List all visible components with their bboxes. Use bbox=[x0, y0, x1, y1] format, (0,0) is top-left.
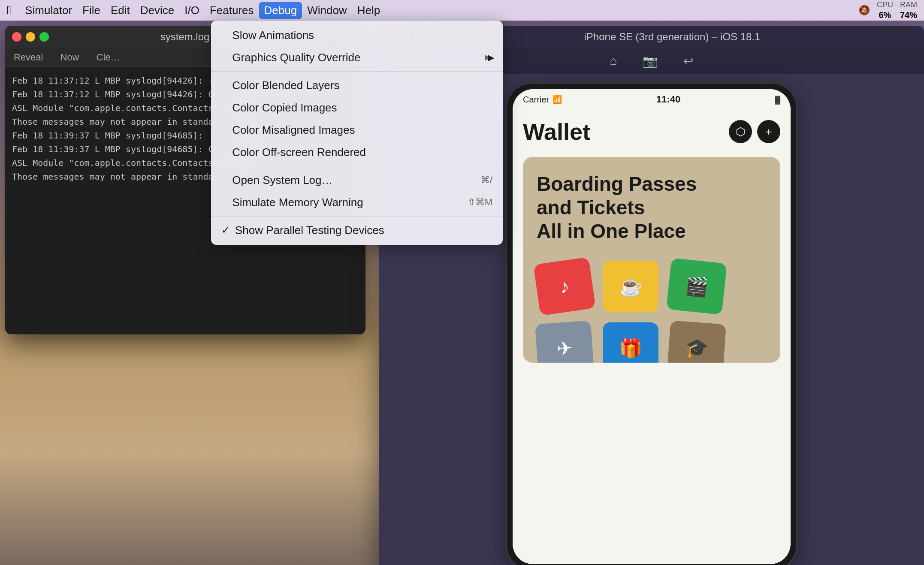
menubar-item-edit[interactable]: Edit bbox=[106, 2, 135, 19]
menubar-item-window[interactable]: Window bbox=[302, 2, 352, 19]
open-syslog-shortcut: ⌘/ bbox=[480, 174, 492, 186]
close-button[interactable] bbox=[12, 32, 21, 42]
color-copied-label: Color Copied Images bbox=[232, 101, 337, 114]
clear-btn[interactable]: Cle… bbox=[97, 52, 120, 63]
menu-item-color-misaligned[interactable]: Color Misaligned Images bbox=[211, 119, 503, 141]
menu-item-color-blended[interactable]: Color Blended Layers bbox=[211, 74, 503, 96]
graphics-quality-arrow: ► bbox=[483, 52, 492, 63]
box-icon: ⬡ bbox=[736, 125, 746, 138]
menubar-item-io[interactable]: I/O bbox=[179, 2, 205, 19]
menu-item-graphics-quality[interactable]: Graphics Quality Override ► bbox=[211, 46, 503, 69]
wallet-card: Boarding Passes and Tickets All in One P… bbox=[523, 157, 780, 363]
battery-icon: ▓ bbox=[775, 95, 780, 104]
iphone-screen: Carrier 📶 11:40 ▓ Wallet ⬡ + bbox=[513, 89, 791, 564]
menubar-item-file[interactable]: File bbox=[77, 2, 106, 19]
wallet-app: Wallet ⬡ + Boarding Passes and Tickets A… bbox=[513, 110, 791, 564]
status-time: 11:40 bbox=[562, 94, 775, 105]
reveal-btn[interactable]: Reveal bbox=[14, 52, 43, 63]
simulate-memory-shortcut: ⇧⌘M bbox=[468, 197, 492, 208]
minimize-button[interactable] bbox=[26, 32, 35, 42]
ram-indicator: RAM 74% bbox=[900, 0, 917, 20]
home-icon[interactable]: ⌂ bbox=[610, 54, 617, 68]
maximize-button[interactable] bbox=[39, 32, 49, 42]
check-open-syslog bbox=[221, 174, 227, 186]
wallet-3d-button[interactable]: ⬡ bbox=[729, 120, 752, 143]
menubar-item-debug[interactable]: Debug bbox=[259, 2, 302, 19]
wifi-icon: 📶 bbox=[553, 95, 562, 104]
color-blended-label: Color Blended Layers bbox=[232, 79, 339, 92]
separator-1 bbox=[211, 71, 503, 72]
wallet-card-title: Boarding Passes and Tickets All in One P… bbox=[537, 172, 767, 243]
music-card-icon: ♪ bbox=[533, 257, 595, 316]
education-card-icon: 🎓 bbox=[667, 320, 726, 363]
debug-dropdown-menu: Slow Animations Graphics Quality Overrid… bbox=[211, 21, 503, 245]
menu-item-color-offscreen[interactable]: Color Off-screen Rendered bbox=[211, 141, 503, 163]
simulate-memory-label: Simulate Memory Warning bbox=[232, 196, 363, 209]
wallet-add-button[interactable]: + bbox=[757, 120, 780, 143]
menu-item-open-syslog[interactable]: Open System Log… ⌘/ bbox=[211, 169, 503, 191]
gift-card-icon: 🎁 bbox=[603, 322, 658, 363]
wallet-header: Wallet ⬡ + bbox=[523, 118, 780, 145]
menu-item-show-parallel[interactable]: ✓ Show Parallel Testing Devices bbox=[211, 219, 503, 241]
check-color-copied bbox=[221, 102, 227, 114]
add-icon: + bbox=[765, 125, 772, 138]
apple-menu-icon[interactable]:  bbox=[7, 3, 11, 17]
check-color-blended bbox=[221, 79, 227, 91]
wallet-app-title: Wallet bbox=[523, 118, 724, 145]
open-syslog-label: Open System Log… bbox=[232, 174, 332, 187]
color-offscreen-label: Color Off-screen Rendered bbox=[232, 146, 366, 159]
carrier-label: Carrier bbox=[523, 95, 549, 105]
now-btn[interactable]: Now bbox=[60, 52, 79, 63]
slow-animations-label: Slow Animations bbox=[232, 29, 314, 42]
rotate-icon[interactable]: ↩ bbox=[683, 54, 693, 68]
wifi-mute-icon: 🔕 bbox=[858, 5, 870, 16]
separator-3 bbox=[211, 216, 503, 216]
graphics-quality-label: Graphics Quality Override bbox=[232, 51, 360, 64]
card-icons-grid: ♪ ☕ 🎬 ✈ 🎁 🎓 bbox=[537, 261, 767, 363]
flight-card-icon: ✈ bbox=[535, 320, 594, 363]
color-misaligned-label: Color Misaligned Images bbox=[232, 123, 355, 137]
separator-2 bbox=[211, 166, 503, 166]
check-color-misaligned bbox=[221, 124, 227, 136]
menubar-right: 🔕 CPU 6% RAM 74% bbox=[858, 0, 917, 20]
check-show-parallel: ✓ bbox=[221, 224, 230, 236]
check-simulate-memory bbox=[221, 196, 227, 208]
menubar-item-device[interactable]: Device bbox=[135, 2, 179, 19]
menu-item-simulate-memory[interactable]: Simulate Memory Warning ⇧⌘M bbox=[211, 191, 503, 213]
cpu-indicator: CPU 6% bbox=[877, 0, 893, 20]
menu-item-color-copied[interactable]: Color Copied Images bbox=[211, 96, 503, 119]
menu-item-slow-animations[interactable]: Slow Animations bbox=[211, 24, 503, 46]
screenshot-icon[interactable]: 📷 bbox=[643, 54, 658, 68]
check-slow-animations bbox=[221, 29, 227, 41]
check-graphics-quality bbox=[221, 51, 227, 63]
menubar-item-simulator[interactable]: Simulator bbox=[20, 2, 77, 19]
menubar:  Simulator File Edit Device I/O Feature… bbox=[0, 0, 924, 21]
iphone-statusbar: Carrier 📶 11:40 ▓ bbox=[513, 89, 791, 110]
menubar-item-help[interactable]: Help bbox=[352, 2, 385, 19]
check-color-offscreen bbox=[221, 146, 227, 158]
show-parallel-label: Show Parallel Testing Devices bbox=[235, 224, 384, 237]
coffee-card-icon: ☕ bbox=[603, 261, 658, 312]
movie-card-icon: 🎬 bbox=[666, 258, 727, 315]
menubar-item-features[interactable]: Features bbox=[205, 2, 259, 19]
iphone-device: Carrier 📶 11:40 ▓ Wallet ⬡ + bbox=[506, 82, 797, 565]
